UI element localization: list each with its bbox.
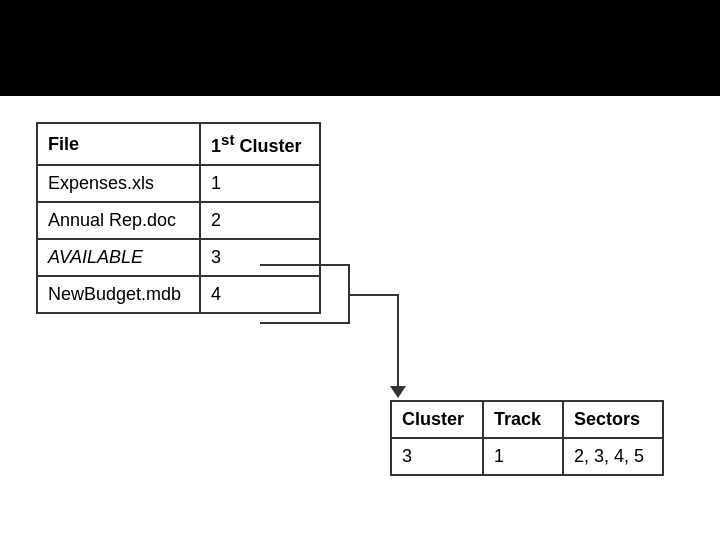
superscript: st	[221, 131, 234, 148]
fat-col-file: File	[37, 123, 200, 165]
fat-cluster-1: 1	[200, 165, 320, 202]
fat-file-4: NewBudget.mdb	[37, 276, 200, 313]
fat-file-2: Annual Rep.doc	[37, 202, 200, 239]
connector-line-h	[349, 294, 399, 296]
title-line2: Virtual File Allocation Table	[40, 55, 505, 91]
table-row: Annual Rep.doc 2	[37, 202, 320, 239]
title-line1: Magnetic Disk Organization	[40, 18, 460, 54]
cluster-val-sectors: 2, 3, 4, 5	[563, 438, 663, 475]
fat-file-3: AVAILABLE	[37, 239, 200, 276]
connector-bracket	[260, 264, 350, 324]
cluster-table-container: Cluster Track Sectors 3 1 2, 3, 4, 5	[390, 390, 664, 476]
cluster-val-cluster: 3	[391, 438, 483, 475]
connector-line-v	[397, 294, 399, 389]
cluster-col-cluster: Cluster	[391, 401, 483, 438]
cluster-col-track: Track	[483, 401, 563, 438]
cluster-table: Cluster Track Sectors 3 1 2, 3, 4, 5	[390, 400, 664, 476]
table-row: Expenses.xls 1	[37, 165, 320, 202]
header: Magnetic Disk Organization Virtual File …	[0, 0, 720, 96]
page-title: Magnetic Disk Organization Virtual File …	[40, 18, 680, 92]
fat-file-1: Expenses.xls	[37, 165, 200, 202]
fat-cluster-2: 2	[200, 202, 320, 239]
fat-col-cluster: 1st Cluster	[200, 123, 320, 165]
cluster-val-track: 1	[483, 438, 563, 475]
cluster-col-sectors: Sectors	[563, 401, 663, 438]
table-row: 3 1 2, 3, 4, 5	[391, 438, 663, 475]
